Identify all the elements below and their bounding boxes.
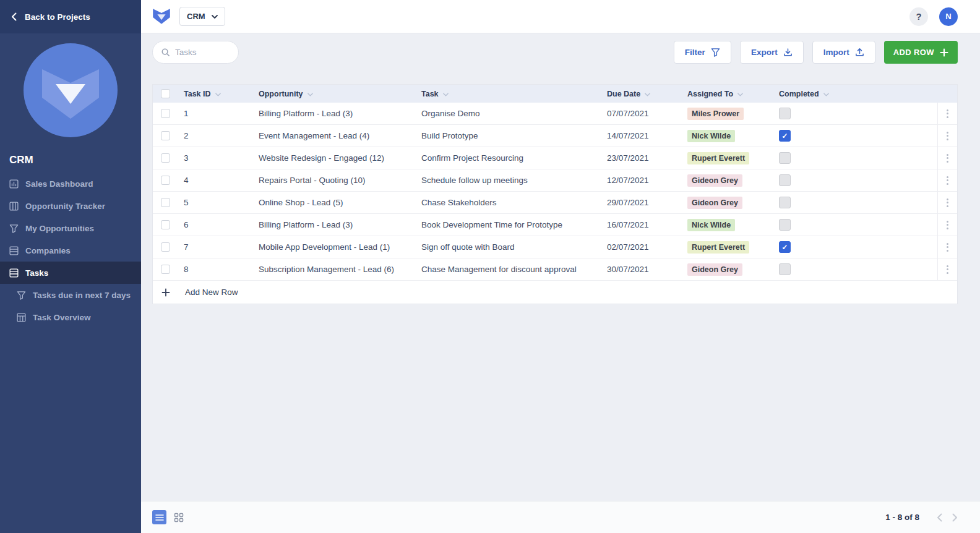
- completed-checkbox[interactable]: [779, 241, 791, 253]
- row-menu-button[interactable]: [937, 192, 957, 213]
- checkbox-box: [161, 242, 170, 252]
- toolbar: Filter Export Import ADD ROW: [152, 41, 958, 64]
- row-menu-button[interactable]: [937, 147, 957, 169]
- row-menu-button[interactable]: [937, 103, 957, 124]
- sidebar-item-label: Companies: [25, 246, 71, 255]
- completed-cell: [773, 236, 937, 258]
- task-id-cell: 8: [178, 258, 252, 280]
- select-all-checkbox[interactable]: [153, 85, 178, 103]
- sidebar-item-label: My Opportunities: [25, 224, 94, 233]
- grid-view-icon: [174, 513, 184, 522]
- due-date-cell: 07/07/2021: [601, 103, 681, 124]
- sidebar-item-task-overview[interactable]: Task Overview: [0, 306, 141, 328]
- sidebar-item-label: Tasks: [25, 268, 48, 278]
- completed-checkbox[interactable]: [779, 263, 791, 275]
- app-switcher-select[interactable]: CRM: [179, 7, 225, 26]
- task-id-cell: 1: [178, 103, 252, 124]
- export-button[interactable]: Export: [740, 41, 804, 64]
- checkbox-box: [161, 153, 170, 163]
- due-date-cell: 29/07/2021: [601, 192, 681, 213]
- prev-page-icon[interactable]: [937, 513, 942, 522]
- row-menu-button[interactable]: [937, 125, 957, 147]
- column-header-task[interactable]: Task: [415, 85, 601, 103]
- column-header-opportunity[interactable]: Opportunity: [252, 85, 415, 103]
- column-header-task-id[interactable]: Task ID: [178, 85, 252, 103]
- completed-checkbox[interactable]: [779, 108, 791, 119]
- add-row-button[interactable]: ADD ROW: [884, 41, 958, 64]
- completed-checkbox[interactable]: [779, 174, 791, 186]
- row-menu-button[interactable]: [937, 214, 957, 236]
- sort-chevron-icon: [215, 93, 221, 96]
- sort-chevron-icon: [737, 93, 743, 96]
- completed-checkbox[interactable]: [779, 197, 791, 208]
- row-select-checkbox[interactable]: [153, 214, 178, 236]
- next-page-icon[interactable]: [952, 513, 958, 522]
- brand-logo-icon: [152, 8, 171, 25]
- sidebar-item-companies[interactable]: Companies: [0, 239, 141, 262]
- assignee-badge: Gideon Grey: [687, 174, 742, 187]
- sort-chevron-icon: [645, 93, 650, 96]
- table-row: 1Billing Platform - Lead (3)Organise Dem…: [153, 103, 957, 125]
- assigned-to-cell: Rupert Everett: [681, 147, 773, 169]
- column-label: Task ID: [184, 90, 211, 98]
- sidebar-item-sales-dashboard[interactable]: Sales Dashboard: [0, 173, 141, 195]
- add-new-row-button[interactable]: Add New Row: [153, 281, 957, 304]
- assignee-badge: Gideon Grey: [687, 197, 742, 209]
- completed-checkbox[interactable]: [779, 152, 791, 164]
- search-input[interactable]: [175, 48, 230, 57]
- filter-button-label: Filter: [685, 48, 705, 57]
- table-body: 1Billing Platform - Lead (3)Organise Dem…: [153, 103, 957, 281]
- row-select-checkbox[interactable]: [153, 236, 178, 258]
- row-select-checkbox[interactable]: [153, 103, 178, 124]
- row-menu-button[interactable]: [937, 169, 957, 191]
- row-select-checkbox[interactable]: [153, 169, 178, 191]
- sidebar-item-opportunity-tracker[interactable]: Opportunity Tracker: [0, 195, 141, 217]
- fox-logo-icon: [24, 43, 118, 137]
- row-select-checkbox[interactable]: [153, 125, 178, 147]
- upload-icon: [855, 48, 864, 57]
- column-label: Due Date: [607, 90, 640, 98]
- checkbox-box: [161, 89, 170, 98]
- table-header-row: Task ID Opportunity Task Due Date Assign…: [153, 85, 957, 103]
- column-header-due-date[interactable]: Due Date: [601, 85, 681, 103]
- kebab-icon: [947, 265, 948, 274]
- column-label: Task: [421, 90, 439, 98]
- checkbox-box: [161, 220, 170, 229]
- pagination-label: 1 - 8 of 8: [885, 513, 919, 522]
- filter-button[interactable]: Filter: [674, 41, 731, 64]
- row-menu-button[interactable]: [937, 258, 957, 280]
- column-header-completed[interactable]: Completed: [773, 85, 937, 103]
- back-to-projects-button[interactable]: Back to Projects: [0, 0, 141, 33]
- row-select-checkbox[interactable]: [153, 258, 178, 280]
- sidebar-item-my-opportunities[interactable]: My Opportunities: [0, 217, 141, 239]
- column-header-assigned-to[interactable]: Assigned To: [681, 85, 773, 103]
- completed-checkbox[interactable]: [779, 130, 791, 142]
- project-logo: [0, 43, 141, 137]
- import-button[interactable]: Import: [812, 41, 875, 64]
- task-cell: Organise Demo: [415, 103, 601, 124]
- completed-cell: [773, 214, 937, 236]
- task-cell: Build Prototype: [415, 125, 601, 147]
- sidebar-item-tasks-due-next-7-days[interactable]: Tasks due in next 7 days: [0, 284, 141, 306]
- project-title: CRM: [0, 137, 141, 173]
- opportunity-cell: Subscription Management - Lead (6): [252, 258, 415, 280]
- filter-icon: [9, 224, 19, 233]
- row-menu-button[interactable]: [937, 236, 957, 258]
- kebab-icon: [947, 132, 948, 140]
- add-new-row-label: Add New Row: [185, 288, 238, 297]
- row-select-checkbox[interactable]: [153, 192, 178, 213]
- sidebar-item-tasks[interactable]: Tasks: [0, 262, 141, 284]
- help-button[interactable]: ?: [909, 7, 928, 26]
- list-view-toggle[interactable]: [152, 510, 166, 524]
- task-id-cell: 3: [178, 147, 252, 169]
- user-avatar[interactable]: N: [939, 7, 958, 26]
- search-box: [152, 41, 239, 64]
- plus-icon: [940, 48, 948, 57]
- table-row: 6Billing Platform - Lead (3)Book Develop…: [153, 214, 957, 236]
- checkbox-box: [161, 131, 170, 140]
- row-select-checkbox[interactable]: [153, 147, 178, 169]
- completed-checkbox[interactable]: [779, 219, 791, 231]
- kebab-icon: [947, 176, 948, 185]
- grid-view-toggle[interactable]: [171, 510, 186, 524]
- task-id-cell: 5: [178, 192, 252, 213]
